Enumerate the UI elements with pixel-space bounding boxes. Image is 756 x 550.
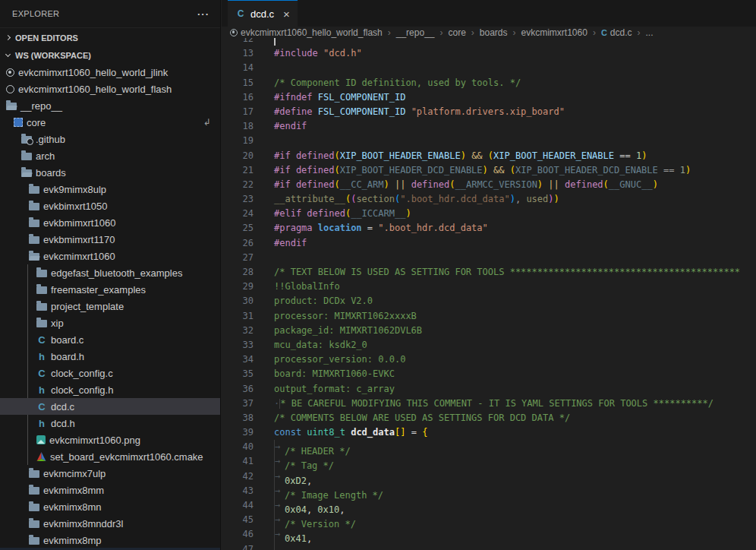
code-line-29[interactable]: 29!!GlobalInfo [222, 280, 756, 294]
code-token: == [619, 150, 630, 161]
file-tree: evkcmimxrt1060_hello_world_jlinkevkcmimx… [0, 64, 220, 548]
code-line-19[interactable]: 19 [222, 134, 756, 148]
code-line-12[interactable]: 12 [222, 38, 756, 46]
code-line-24[interactable]: 24#elif defined(__ICCARM__) [222, 207, 756, 221]
tree-item-evkmimx8mn[interactable]: evkmimx8mn [0, 498, 220, 515]
line-number: 16 [222, 90, 260, 105]
tree-item-evk9mimx8ulp[interactable]: evk9mimx8ulp [0, 181, 220, 198]
github-folder-icon [21, 136, 32, 144]
workspace-section[interactable]: WS (WORKSPACE) [0, 47, 220, 64]
code-line-17[interactable]: 17#define FSL_COMPONENT_ID "platform.dri… [222, 105, 756, 119]
code-token: ".boot_hdr.dcd_data" [400, 194, 510, 204]
more-actions-icon[interactable]: ··· [197, 8, 209, 20]
code-line-18[interactable]: 18#endif [222, 119, 756, 134]
tree-item-evkcmimxrt1060_hello_world_jlink[interactable]: evkcmimxrt1060_hello_world_jlink [0, 64, 220, 81]
line-number: 27 [222, 251, 260, 265]
code-line-40[interactable]: 40→/* HEADER */ [222, 440, 756, 454]
code-line-20[interactable]: 20#if defined(XIP_BOOT_HEADER_ENABLE) &&… [222, 149, 756, 163]
tree-item-freemaster_examples[interactable]: freemaster_examples [0, 281, 220, 298]
tree-item-evkbmimxrt1170[interactable]: evkbmimxrt1170 [0, 231, 220, 248]
code-line-31[interactable]: 31processor: MIMXRT1062xxxxB [222, 309, 756, 324]
breadcrumb-item-boards[interactable]: boards [480, 27, 508, 38]
code-line-content: #if defined(XIP_BOOT_HEADER_ENABLE) && (… [260, 149, 647, 163]
tree-item-boards[interactable]: boards [0, 164, 220, 181]
code-line-27[interactable]: 27 [222, 251, 756, 265]
code-line-22[interactable]: 22#if defined(__CC_ARM) || defined(__ARM… [222, 178, 756, 192]
tree-item-__repo__[interactable]: __repo__ [0, 97, 220, 114]
code-line-36[interactable]: 36output_format: c_array [222, 382, 756, 397]
open-folder-icon [21, 169, 32, 177]
tree-item-clock_config.h[interactable]: hclock_config.h [0, 381, 220, 398]
code-line-35[interactable]: 35board: MIMXRT1060-EVKC [222, 367, 756, 381]
breadcrumb-item-evkcmimxrt1060_hello_world_flash[interactable]: evkcmimxrt1060_hello_world_flash [230, 27, 383, 38]
breadcrumb-item-dcd.c[interactable]: Cdcd.c [601, 27, 632, 38]
breadcrumb-item-__repo__[interactable]: __repo__ [396, 27, 435, 38]
code-line-34[interactable]: 34processor_version: 0.0.0 [222, 352, 756, 367]
tree-item-board.c[interactable]: Cboard.c [0, 331, 220, 348]
tree-item-board.h[interactable]: hboard.h [0, 348, 220, 365]
code-line-30[interactable]: 30product: DCDx V2.0 [222, 294, 756, 308]
close-icon[interactable]: × [283, 8, 290, 20]
code-line-content [260, 38, 276, 46]
tree-item-evkmimx8mm[interactable]: evkmimx8mm [0, 482, 220, 498]
code-line-23[interactable]: 23__attribute__((section(".boot_hdr.dcd_… [222, 192, 756, 207]
tree-item-.github[interactable]: .github [0, 131, 220, 147]
code-line-37[interactable]: 37·* BE CAREFUL MODIFYING THIS COMMENT -… [222, 397, 756, 411]
code-line-25[interactable]: 25#pragma location = ".boot_hdr.dcd_data… [222, 221, 756, 235]
open-editors-section[interactable]: OPEN EDITORS [0, 27, 220, 47]
submodule-icon [14, 118, 23, 127]
code-editor[interactable]: 1213#include "dcd.h"1415/* Component ID … [222, 38, 756, 550]
tree-item-dcd.c[interactable]: Cdcd.c [0, 398, 220, 415]
code-line-content: processor_version: 0.0.0 [260, 352, 405, 367]
breadcrumb-item-...[interactable]: ... [646, 27, 654, 38]
code-line-46[interactable]: 46→0x41, [222, 527, 756, 542]
code-line-38[interactable]: 38/* COMMENTS BELOW ARE USED AS SETTINGS… [222, 411, 756, 425]
breadcrumb-separator: › [513, 27, 516, 38]
tree-item-arch[interactable]: arch [0, 147, 220, 164]
folder-icon [29, 537, 39, 545]
tree-item-core[interactable]: core↳ [0, 114, 220, 131]
tree-item-dcd.h[interactable]: hdcd.h [0, 415, 220, 431]
code-token [405, 427, 411, 438]
tree-item-xip[interactable]: xip [0, 315, 220, 331]
tree-item-clock_config.c[interactable]: Cclock_config.c [0, 365, 220, 381]
code-line-content: #elif defined(__ICCARM__) [260, 207, 411, 221]
code-line-44[interactable]: 44→0x04, 0x10, [222, 498, 756, 513]
code-line-16[interactable]: 16#ifndef FSL_COMPONENT_ID [222, 90, 756, 105]
code-token: processor_version: 0.0.0 [274, 354, 405, 365]
code-line-15[interactable]: 15/* Component ID definition, used by to… [222, 76, 756, 90]
tree-item-evkcmimxrt1060.png[interactable]: evkcmimxrt1060.png [0, 431, 220, 448]
tree-item-evkmimx8mp[interactable]: evkmimx8mp [0, 532, 220, 548]
code-line-33[interactable]: 33mcu_data: ksdk2_0 [222, 338, 756, 352]
code-line-26[interactable]: 26#endif [222, 236, 756, 251]
code-line-45[interactable]: 45→/* Version */ [222, 513, 756, 527]
line-number: 15 [222, 76, 260, 90]
tree-item-set_board_evkcmimxrt1060.cmake[interactable]: set_board_evkcmimxrt1060.cmake [0, 448, 220, 465]
code-token: ) [384, 179, 389, 190]
code-token: #ifndef [274, 92, 318, 103]
breadcrumb-item-core[interactable]: core [448, 27, 465, 38]
code-line-21[interactable]: 21#if defined(XIP_BOOT_HEADER_DCD_ENABLE… [222, 163, 756, 178]
breadcrumb-separator: › [638, 27, 641, 38]
tree-item-edgefast_bluetooth_examples[interactable]: edgefast_bluetooth_examples [0, 264, 220, 281]
code-line-41[interactable]: 41→/* Tag */ [222, 454, 756, 469]
code-line-14[interactable]: 14 [222, 61, 756, 75]
code-line-39[interactable]: 39const uint8_t dcd_data[] = { [222, 425, 756, 440]
code-line-content: package_id: MIMXRT1062DVL6B [260, 324, 422, 338]
code-line-13[interactable]: 13#include "dcd.h" [222, 46, 756, 61]
breadcrumb-item-evkcmimxrt1060[interactable]: evkcmimxrt1060 [521, 27, 587, 38]
tree-item-evkcmimxrt1060[interactable]: evkcmimxrt1060 [0, 248, 220, 264]
tree-item-evkmimx8mnddr3l[interactable]: evkmimx8mnddr3l [0, 515, 220, 532]
c-file-icon: C [36, 334, 47, 346]
code-line-43[interactable]: 43→/* Image Length */ [222, 484, 756, 498]
tree-item-evkbimxrt1050[interactable]: evkbimxrt1050 [0, 198, 220, 214]
tree-item-evkmcimx7ulp[interactable]: evkmcimx7ulp [0, 465, 220, 482]
folder-icon [21, 153, 32, 160]
tree-item-evkbmimxrt1060[interactable]: evkbmimxrt1060 [0, 214, 220, 231]
tree-item-project_template[interactable]: project_template [0, 298, 220, 315]
code-line-28[interactable]: 28/* TEXT BELOW IS USED AS SETTING FOR T… [222, 265, 756, 280]
code-line-32[interactable]: 32package_id: MIMXRT1062DVL6B [222, 324, 756, 338]
code-line-42[interactable]: 42→0xD2, [222, 469, 756, 484]
tab-dcd.c[interactable]: C dcd.c × [228, 0, 298, 27]
tree-item-evkcmimxrt1060_hello_world_flash[interactable]: evkcmimxrt1060_hello_world_flash [0, 81, 220, 97]
